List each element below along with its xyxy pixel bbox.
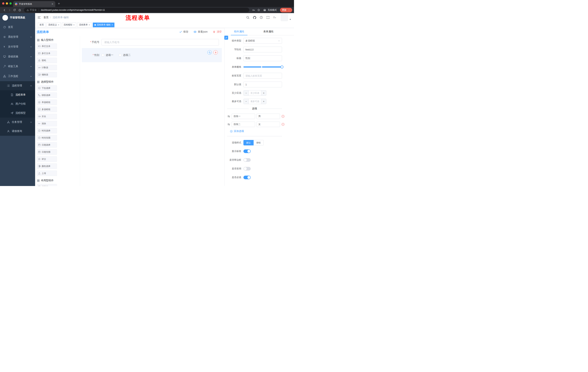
reload-icon[interactable]: [12, 8, 17, 12]
drag-handle-icon[interactable]: [227, 115, 230, 118]
help-icon[interactable]: ?: [259, 16, 263, 19]
stepper-increase-button[interactable]: +: [261, 99, 266, 104]
tag-process-definition[interactable]: 流程定义 ×: [47, 22, 61, 27]
font-size-icon[interactable]: TT: [273, 16, 276, 19]
link-badge[interactable]: [224, 36, 228, 40]
browser-menu-icon[interactable]: ⋮: [288, 9, 290, 11]
tag-process-form-edit[interactable]: 流程表单-编辑 ×: [93, 22, 115, 27]
slider-handle[interactable]: [281, 65, 284, 68]
browser-update-button[interactable]: 更新 ⋮: [280, 8, 292, 12]
sidebar-item-payment[interactable]: ¥ 支付管理: [0, 42, 35, 52]
sidebar-item-leave-query[interactable]: 请假查询: [0, 127, 35, 136]
sidebar-item-user-groups[interactable]: 用户分组: [0, 99, 35, 108]
add-option-button[interactable]: 添加选项: [230, 130, 292, 133]
brand[interactable]: 芋道管理系统: [0, 13, 35, 22]
search-icon[interactable]: [246, 16, 250, 19]
chip-switch[interactable]: 开关: [37, 114, 57, 119]
sidebar-item-home[interactable]: 首页: [0, 22, 35, 32]
chip-password[interactable]: 密码: [37, 58, 57, 63]
checkbox-option-1[interactable]: 选项一: [102, 53, 113, 57]
chip-date-picker[interactable]: 日期选择: [37, 142, 57, 148]
label-width-input[interactable]: [243, 73, 282, 79]
title-input[interactable]: [243, 55, 282, 61]
bookmark-star-icon[interactable]: [256, 8, 261, 12]
component-type-select[interactable]: 多选框组: [243, 38, 282, 44]
minimize-window-button[interactable]: [6, 2, 8, 5]
sidebar-item-process-mgmt[interactable]: 流程管理: [0, 81, 35, 90]
tag-process-form[interactable]: 流程表单 ×: [77, 22, 92, 27]
option-value-input[interactable]: [257, 122, 280, 127]
tab-component-props[interactable]: 组件属性: [224, 28, 254, 35]
chip-counter[interactable]: 123 计数器: [37, 65, 57, 70]
tag-home[interactable]: 首页: [38, 22, 45, 27]
chip-upload[interactable]: 上传: [37, 170, 57, 176]
duplicate-field-button[interactable]: [207, 50, 212, 55]
chip-time-picker[interactable]: 时间选择: [37, 128, 57, 133]
style-default-button[interactable]: 默认: [243, 140, 254, 145]
chip-multi-line-text[interactable]: 多行文本: [37, 51, 57, 56]
save-button[interactable]: 保存: [179, 30, 188, 33]
clear-button[interactable]: 清空: [213, 30, 222, 33]
sidebar-item-process-model[interactable]: 流程模型: [0, 108, 35, 117]
tag-close-icon[interactable]: ×: [112, 24, 113, 26]
sidebar-item-infra[interactable]: 基础设施: [0, 52, 35, 62]
tag-close-icon[interactable]: ×: [89, 24, 90, 26]
password-key-icon[interactable]: [251, 8, 256, 12]
tab-form-props[interactable]: 表单属性: [254, 28, 283, 35]
remove-option-icon[interactable]: [282, 115, 284, 118]
default-value-input[interactable]: [243, 82, 282, 87]
chip-rating[interactable]: 评分: [37, 156, 57, 162]
tab-close-icon[interactable]: ✕: [51, 3, 53, 5]
checkbox-option-2[interactable]: 选项二: [119, 53, 131, 57]
show-label-switch[interactable]: [243, 149, 251, 153]
github-icon[interactable]: [253, 16, 256, 19]
sidebar-item-system[interactable]: 系统管理: [0, 32, 35, 42]
drag-handle-icon[interactable]: [227, 123, 230, 126]
border-switch[interactable]: [243, 158, 251, 162]
checkbox-box[interactable]: [119, 54, 121, 56]
sidebar-item-devtools[interactable]: 研发工具: [0, 62, 35, 71]
chip-time-range[interactable]: 时间范围: [37, 135, 57, 140]
avatar-caret-icon[interactable]: ▾: [290, 18, 291, 21]
view-json-button[interactable]: 查看json: [193, 30, 208, 33]
tag-process-model[interactable]: 流程模型 ×: [62, 22, 76, 27]
tag-close-icon[interactable]: ×: [58, 24, 59, 26]
field-name-input[interactable]: [243, 47, 282, 53]
form-canvas[interactable]: *手机号 *性别 选项一: [80, 36, 224, 186]
chip-cascader[interactable]: 级联选择: [37, 93, 57, 98]
remove-option-icon[interactable]: [282, 123, 284, 126]
canvas-field-phone[interactable]: *手机号: [82, 39, 222, 46]
user-avatar[interactable]: [281, 14, 288, 21]
chip-color-picker[interactable]: 颜色选择: [37, 163, 57, 169]
stepper-decrease-button[interactable]: −: [244, 99, 249, 104]
back-icon[interactable]: [2, 8, 7, 12]
chip-slider[interactable]: 滑块: [37, 121, 57, 126]
stepper-value[interactable]: 至少应选: [249, 90, 261, 96]
maximize-window-button[interactable]: [10, 2, 12, 5]
stepper-decrease-button[interactable]: −: [244, 90, 249, 96]
option-label-input[interactable]: [231, 114, 255, 119]
field-phone-input[interactable]: [102, 39, 219, 45]
chip-select[interactable]: 下拉选择: [37, 85, 57, 91]
chip-row-container[interactable]: 行容器: [37, 184, 57, 186]
slider-track[interactable]: [243, 66, 282, 67]
sidebar-toggle-icon[interactable]: [37, 16, 41, 19]
canvas-field-gender[interactable]: *性别 选项一 选项二: [82, 48, 222, 62]
browser-tab[interactable]: 芋道管理系统 ✕: [13, 1, 55, 7]
fullscreen-icon[interactable]: [266, 16, 270, 19]
option-value-input[interactable]: [257, 114, 280, 119]
forward-icon[interactable]: [7, 8, 12, 12]
chip-radio-group[interactable]: 单选框组: [37, 100, 57, 105]
stepper-value[interactable]: 最多可选: [249, 99, 261, 104]
breadcrumb-home[interactable]: 首页: [43, 16, 49, 19]
sidebar-item-process-form[interactable]: 流程表单: [0, 90, 35, 99]
chip-editor[interactable]: 编辑器: [37, 72, 57, 77]
chip-checkbox-group[interactable]: 多选框组: [37, 107, 57, 112]
disabled-switch[interactable]: [243, 167, 251, 170]
not-secure-badge[interactable]: 不安全: [27, 9, 37, 12]
sidebar-item-workflow[interactable]: 工作流程: [0, 71, 35, 81]
tag-close-icon[interactable]: ×: [73, 24, 75, 26]
chip-single-line-text[interactable]: 单行文本: [37, 43, 57, 49]
chip-date-range[interactable]: 日期范围: [37, 149, 57, 155]
stepper-increase-button[interactable]: +: [261, 90, 266, 96]
